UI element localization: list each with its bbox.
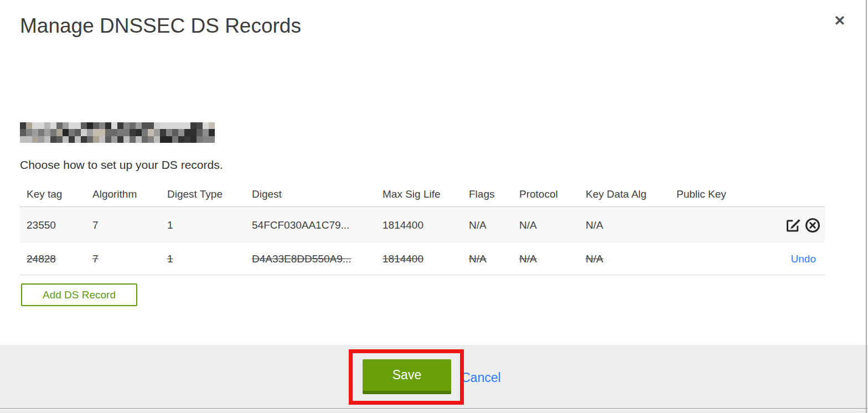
column-header-flags: Flags [469,188,519,200]
cell-digest: D4A33E8DD550A9... [252,253,383,265]
window-right-edge [866,0,867,413]
delete-icon[interactable] [804,216,822,234]
table-header-row: Key tag Algorithm Digest Type Digest Max… [20,182,825,206]
cell-algorithm: 7 [92,253,167,265]
column-header-algorithm: Algorithm [92,188,167,200]
page-background-strip [0,410,868,413]
cell-flags: N/A [469,253,519,265]
cell-protocol: N/A [519,253,586,265]
add-ds-record-button[interactable]: Add DS Record [21,283,137,306]
column-header-digest-type: Digest Type [167,188,252,200]
dnssec-dialog: Manage DNSSEC DS Records ✕ Choose how to… [0,0,868,413]
column-header-key-tag: Key tag [27,188,92,200]
cell-flags: N/A [469,219,519,231]
cell-digest-type: 1 [167,253,252,265]
cell-max-sig-life: 1814400 [383,253,469,265]
cell-protocol: N/A [519,219,586,231]
ds-records-table: Key tag Algorithm Digest Type Digest Max… [20,182,825,275]
cell-key-tag: 23550 [27,219,92,231]
column-header-digest: Digest [252,188,383,200]
cell-digest: 54FCF030AA1C79... [252,219,383,231]
table-row: 23550 7 1 54FCF030AA1C79... 1814400 N/A … [20,206,825,243]
cell-max-sig-life: 1814400 [383,219,469,231]
subtitle-text: Choose how to set up your DS records. [20,158,223,172]
close-icon[interactable]: ✕ [830,11,849,30]
row-actions [769,216,825,234]
table-row-deleted: 24828 7 1 D4A33E8DD550A9... 1814400 N/A … [20,243,825,275]
redacted-domain-name [20,122,215,143]
column-header-protocol: Protocol [519,188,586,200]
column-header-max-sig-life: Max Sig Life [383,188,469,200]
cell-key-data-alg: N/A [586,253,676,265]
save-button[interactable]: Save [363,359,451,394]
cancel-link[interactable]: Cancel [461,370,501,385]
row-actions: Undo [769,253,825,265]
page-title: Manage DNSSEC DS Records [20,14,301,38]
column-header-key-data-alg: Key Data Alg [586,188,676,200]
cell-key-tag: 24828 [27,253,92,265]
cell-algorithm: 7 [92,219,167,231]
undo-link[interactable]: Undo [791,253,822,265]
cell-digest-type: 1 [167,219,252,231]
column-header-public-key: Public Key [676,188,769,200]
cell-key-data-alg: N/A [586,219,676,231]
edit-icon[interactable] [784,216,802,234]
